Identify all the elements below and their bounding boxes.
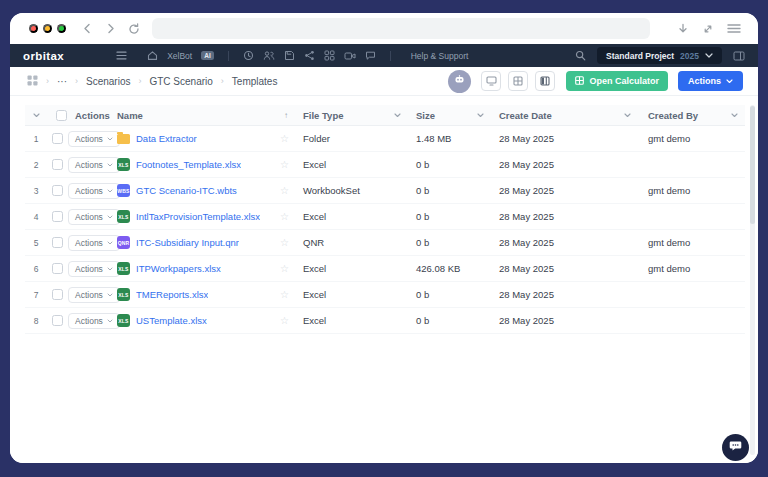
users-icon[interactable] xyxy=(263,47,275,65)
header-name[interactable]: Name↑ xyxy=(112,110,295,121)
video-icon[interactable] xyxy=(344,47,356,65)
file-type-cell: Excel xyxy=(295,289,408,300)
history-icon[interactable] xyxy=(243,47,254,65)
breadcrumb-item-templates: Templates xyxy=(232,76,278,87)
favorite-star-icon[interactable]: ☆ xyxy=(280,238,289,248)
header-create-date[interactable]: Create Date xyxy=(491,110,638,121)
file-name-link[interactable]: GTC Scenario-ITC.wbts xyxy=(136,185,237,196)
browser-chrome xyxy=(10,13,758,44)
file-name-link[interactable]: ITPWorkpapers.xlsx xyxy=(136,263,221,274)
header-created-by[interactable]: Created By xyxy=(638,110,745,121)
file-name-link[interactable]: ITC-Subsidiary Input.qnr xyxy=(136,237,239,248)
reload-icon[interactable] xyxy=(128,23,140,35)
list-view-button[interactable] xyxy=(535,71,555,91)
assistant-button[interactable] xyxy=(448,70,471,93)
table-row: 6 Actions XLS ITPWorkpapers.xlsx ☆ Excel… xyxy=(25,256,745,282)
xelbot-link[interactable]: XelBot xyxy=(167,51,192,61)
scrollbar-thumb[interactable] xyxy=(750,106,755,224)
file-name-link[interactable]: USTemplate.xlsx xyxy=(136,315,207,326)
column-menu-icon[interactable] xyxy=(477,113,484,118)
minimize-window-button[interactable] xyxy=(43,24,52,33)
apps-grid-icon[interactable] xyxy=(324,47,335,65)
project-selector[interactable]: Standard Project 2025 xyxy=(597,47,722,64)
header-file-type[interactable]: File Type xyxy=(295,110,408,121)
column-menu-icon[interactable] xyxy=(394,113,401,118)
ai-badge: AI xyxy=(201,51,214,60)
menu-icon[interactable] xyxy=(727,23,741,34)
create-date-cell: 28 May 2025 xyxy=(491,211,638,222)
breadcrumb-overflow[interactable]: ··· xyxy=(57,76,67,87)
close-window-button[interactable] xyxy=(29,24,38,33)
breadcrumb-bar: › ··· › Scenarios › GTC Scenario › Templ… xyxy=(10,67,758,96)
row-number: 3 xyxy=(25,186,47,196)
forward-icon[interactable] xyxy=(105,23,116,34)
download-icon[interactable] xyxy=(677,23,689,35)
created-by-cell: gmt demo xyxy=(638,133,745,144)
select-all-checkbox[interactable] xyxy=(56,110,67,121)
file-type-cell: Excel xyxy=(295,159,408,170)
favorite-star-icon[interactable]: ☆ xyxy=(280,316,289,326)
chat-widget-button[interactable] xyxy=(722,434,749,461)
share-icon[interactable] xyxy=(304,47,315,65)
address-bar[interactable] xyxy=(152,18,650,39)
favorite-star-icon[interactable]: ☆ xyxy=(280,264,289,274)
row-checkbox[interactable] xyxy=(52,133,63,144)
sort-ascending-icon[interactable]: ↑ xyxy=(284,111,288,120)
row-checkbox[interactable] xyxy=(52,159,63,170)
row-number: 8 xyxy=(25,316,47,326)
file-type-cell: Folder xyxy=(295,133,408,144)
list-columns-icon xyxy=(540,74,550,89)
row-checkbox[interactable] xyxy=(52,263,63,274)
back-icon[interactable] xyxy=(82,23,93,34)
actions-button[interactable]: Actions xyxy=(678,71,743,91)
favorite-star-icon[interactable]: ☆ xyxy=(280,160,289,170)
row-checkbox[interactable] xyxy=(52,289,63,300)
file-type-icon: XLS xyxy=(117,288,130,301)
breadcrumb-item-gtc-scenario[interactable]: GTC Scenario xyxy=(149,76,212,87)
help-support-link[interactable]: Help & Support xyxy=(411,51,469,61)
favorite-star-icon[interactable]: ☆ xyxy=(280,186,289,196)
expand-icon[interactable] xyxy=(702,23,714,35)
zoom-window-button[interactable] xyxy=(57,24,66,33)
home-icon[interactable] xyxy=(147,47,158,65)
file-name-link[interactable]: IntlTaxProvisionTemplate.xlsx xyxy=(136,211,260,222)
file-type-icon: XLS xyxy=(117,262,130,275)
actions-label: Actions xyxy=(688,76,721,86)
favorite-star-icon[interactable]: ☆ xyxy=(280,134,289,144)
row-checkbox[interactable] xyxy=(52,185,63,196)
file-name-link[interactable]: TMEReports.xlsx xyxy=(136,289,208,300)
open-calculator-button[interactable]: Open Calculator xyxy=(566,71,668,91)
header-size[interactable]: Size xyxy=(408,110,491,121)
column-menu-icon[interactable] xyxy=(624,113,631,118)
side-panel-icon[interactable] xyxy=(733,51,745,61)
size-cell: 0 b xyxy=(408,237,491,248)
search-icon[interactable] xyxy=(575,47,586,65)
save-icon[interactable] xyxy=(284,47,295,65)
file-type-cell: WorkbookSet xyxy=(295,185,408,196)
grid-home-icon[interactable] xyxy=(27,75,38,88)
row-checkbox[interactable] xyxy=(52,237,63,248)
app-navbar: orbitax XelBot AI Help & Support Standar… xyxy=(10,44,758,67)
column-menu-icon[interactable] xyxy=(731,113,738,118)
grid-view-button[interactable] xyxy=(508,71,528,91)
file-type-cell: Excel xyxy=(295,315,408,326)
file-type-icon xyxy=(117,134,130,144)
file-name-link[interactable]: Data Extractor xyxy=(136,133,197,144)
project-name: Standard Project xyxy=(606,51,674,61)
table-row: 7 Actions XLS TMEReports.xlsx ☆ Excel 0 … xyxy=(25,282,745,308)
row-select-header[interactable] xyxy=(25,113,47,118)
table-header: Actions Name↑ File Type Size Create Date… xyxy=(25,105,745,126)
file-name-link[interactable]: Footnotes_Template.xlsx xyxy=(136,159,241,170)
created-by-cell: gmt demo xyxy=(638,237,745,248)
row-number: 1 xyxy=(25,134,47,144)
favorite-star-icon[interactable]: ☆ xyxy=(280,212,289,222)
nav-hamburger-icon[interactable] xyxy=(116,51,127,60)
file-type-icon: XLS xyxy=(117,210,130,223)
row-checkbox[interactable] xyxy=(52,211,63,222)
favorite-star-icon[interactable]: ☆ xyxy=(280,290,289,300)
breadcrumb-item-scenarios[interactable]: Scenarios xyxy=(86,76,130,87)
chat-icon[interactable] xyxy=(365,47,376,65)
monitor-view-button[interactable] xyxy=(481,71,501,91)
table-row: 3 Actions WBS GTC Scenario-ITC.wbts ☆ Wo… xyxy=(25,178,745,204)
row-checkbox[interactable] xyxy=(52,315,63,326)
